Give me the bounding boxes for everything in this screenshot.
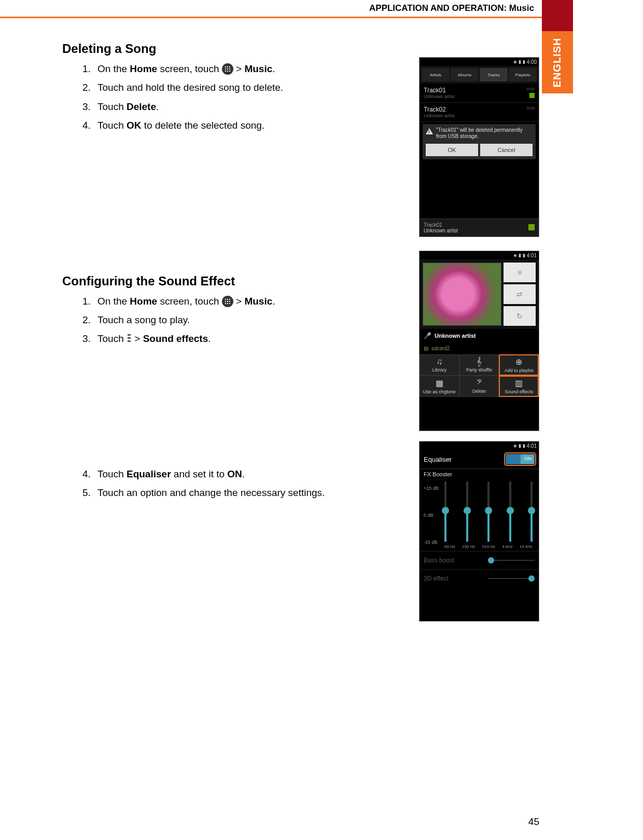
eq-band-slider[interactable] [509, 481, 511, 542]
ok-button[interactable]: OK [426, 144, 478, 156]
status-bar: ◈ ▮ ▮ 4:01 [420, 442, 539, 450]
artist-row: 🎤 Unknown artist [420, 329, 539, 342]
wifi-icon: ◈ [513, 59, 517, 64]
eq-band-slider[interactable] [466, 481, 468, 542]
dialog-message: "Track01" will be deleted permanently fr… [436, 127, 533, 140]
toggle-label: ON [525, 456, 532, 461]
battery-icon: ▮ [523, 59, 525, 64]
cancel-button[interactable]: Cancel [480, 144, 533, 156]
3d-effect-row[interactable]: 3D effect [420, 569, 539, 587]
menu-sound-effects[interactable]: ▥Sound effects [499, 376, 539, 397]
library-icon: ♫ [421, 357, 458, 366]
freq-label: 14 kHz [520, 544, 533, 549]
page-number: 45 [528, 816, 539, 828]
repeat-button[interactable]: ↻ [504, 306, 536, 326]
clock: 4:01 [527, 443, 537, 449]
battery-icon: ▮ [523, 443, 525, 448]
music-tabs: Artists Albums Tracks Playlists [420, 66, 539, 84]
signal-icon: ▮ [519, 59, 521, 64]
wifi-icon: ◈ [513, 253, 517, 258]
clock: 4:00 [527, 59, 537, 65]
freq-label: 4 kHz [502, 544, 512, 549]
eq-band-slider[interactable] [530, 481, 533, 542]
tab-artists[interactable]: Artists [422, 68, 450, 81]
storage-row: ▤ sdcard2 [420, 342, 539, 354]
tab-albums[interactable]: Albums [451, 68, 479, 81]
freq-label: 910 Hz [482, 544, 495, 549]
track-row[interactable]: Track01 Unknown artist 0:00 [420, 84, 539, 103]
apps-icon [222, 63, 233, 75]
equaliser-toggle[interactable]: ON [506, 454, 535, 464]
apps-icon [222, 296, 233, 307]
bass-slider[interactable] [488, 560, 535, 561]
screenshot-equaliser: ◈ ▮ ▮ 4:01 Equaliser ON FX Booster +15 d… [419, 441, 539, 622]
freq-label: 230 Hz [462, 544, 475, 549]
wifi-icon: ◈ [513, 443, 517, 448]
album-art [423, 263, 501, 326]
equalizer-icon: ▥ [500, 378, 537, 388]
track-row[interactable]: Track02 Unknown artist 0:00 [420, 103, 539, 122]
status-bar: ◈ ▮ ▮ 4:00 [420, 58, 539, 66]
artist-icon: 🎤 [424, 332, 431, 339]
warning-icon [426, 128, 433, 134]
scale-label: -15 dB [424, 540, 441, 545]
shuffle-button[interactable]: ⇄ [504, 284, 536, 304]
queue-button[interactable]: ≡ [504, 263, 536, 282]
playing-indicator-icon [529, 93, 535, 98]
menu-ringtone[interactable]: ▦Use as ringtone [420, 376, 459, 397]
eq-band-slider[interactable] [444, 481, 446, 542]
battery-icon: ▮ [523, 253, 525, 258]
party-shuffle-icon: 𝄞 [461, 357, 498, 366]
header-section-label: APPLICATION AND OPERATION: Music [369, 3, 534, 13]
scale-label: +15 dB [424, 486, 441, 491]
signal-icon: ▮ [519, 253, 521, 258]
header-accent-block [542, 0, 573, 31]
delete-confirm-dialog: "Track01" will be deleted permanently fr… [423, 124, 536, 159]
language-tab: ENGLISH [542, 31, 573, 93]
overflow-menu-icon [128, 334, 131, 343]
bass-boost-row[interactable]: Bass boost [420, 551, 539, 569]
equaliser-body: +15 dB 0 dB -15 dB 60 Hz 230 Hz 910 Hz 4… [424, 481, 535, 549]
menu-add-playlist[interactable]: ⊕Add to playlist [499, 354, 539, 376]
ringtone-icon: ▦ [421, 378, 458, 388]
heading-deleting-song: Deleting a Song [62, 42, 524, 56]
screenshot-delete-dialog: ◈ ▮ ▮ 4:00 Artists Albums Tracks Playlis… [419, 57, 539, 237]
sdcard-icon: ▤ [424, 346, 428, 351]
equaliser-title: Equaliser [424, 456, 452, 463]
now-playing-bar[interactable]: Track01 Unknown artist [420, 218, 539, 237]
status-bar: ◈ ▮ ▮ 4:01 [420, 251, 539, 259]
eq-band-slider[interactable] [487, 481, 490, 542]
add-icon: ⊕ [500, 357, 537, 367]
menu-party-shuffle[interactable]: 𝄞Party shuffle [459, 354, 499, 376]
scale-label: 0 dB [424, 513, 441, 518]
play-icon [528, 224, 535, 230]
language-tab-label: ENGLISH [552, 37, 564, 87]
menu-library[interactable]: ♫Library [420, 354, 459, 376]
signal-icon: ▮ [519, 443, 521, 448]
header-rule [0, 17, 542, 18]
tab-playlists[interactable]: Playlists [509, 68, 537, 81]
menu-delete[interactable]: 𝄢Delete [459, 376, 499, 397]
clock: 4:01 [527, 253, 537, 258]
tab-tracks[interactable]: Tracks [480, 68, 508, 81]
delete-icon: 𝄢 [461, 378, 498, 388]
screenshot-sound-effects-menu: ◈ ▮ ▮ 4:01 ≡ ⇄ ↻ 🎤 Unknown artist ▤ sdca… [419, 251, 539, 431]
freq-label: 60 Hz [444, 544, 455, 549]
fx-booster-label[interactable]: FX Booster [420, 469, 539, 479]
3d-slider[interactable] [488, 578, 535, 579]
options-menu: ♫Library 𝄞Party shuffle ⊕Add to playlist… [420, 354, 539, 397]
